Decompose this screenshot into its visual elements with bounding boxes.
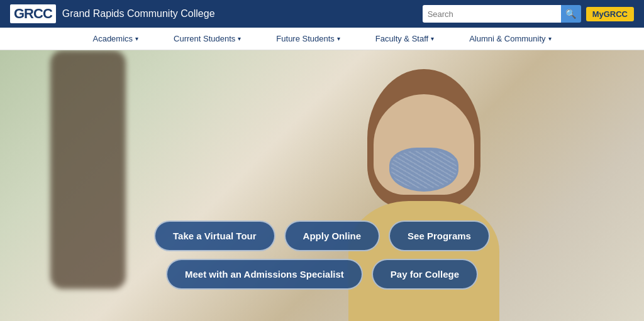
cta-btn-meet-with-an-admissions-specialist[interactable]: Meet with an Admissions Specialist (166, 259, 363, 290)
header-right: 🔍 MyGRCC (423, 5, 634, 23)
chevron-down-icon: ▾ (431, 35, 434, 42)
cta-btn-apply-online[interactable]: Apply Online (284, 220, 380, 251)
cta-btn-see-programs[interactable]: See Programs (389, 220, 490, 251)
chevron-down-icon: ▾ (135, 35, 138, 42)
chevron-down-icon: ▾ (337, 35, 340, 42)
nav-item-alumni-&-community[interactable]: Alumni & Community▾ (452, 28, 569, 50)
cta-row-2: Meet with an Admissions SpecialistPay fo… (166, 259, 478, 290)
cta-overlay: Take a Virtual TourApply OnlineSee Progr… (0, 220, 644, 290)
grcc-logo[interactable]: GRCC (10, 4, 56, 23)
chevron-down-icon: ▾ (548, 35, 552, 42)
nav-item-faculty-&-staff[interactable]: Faculty & Staff▾ (358, 28, 452, 50)
nav-item-academics[interactable]: Academics▾ (75, 28, 156, 50)
search-icon: 🔍 (565, 9, 576, 19)
nav-item-current-students[interactable]: Current Students▾ (156, 28, 258, 50)
hero-section: Take a Virtual TourApply OnlineSee Progr… (0, 50, 644, 321)
hero-mask-pattern (391, 151, 457, 188)
search-input[interactable] (423, 5, 561, 23)
cta-btn-take-a-virtual-tour[interactable]: Take a Virtual Tour (154, 220, 275, 251)
cta-btn-pay-for-college[interactable]: Pay for College (372, 259, 478, 290)
chevron-down-icon: ▾ (238, 35, 241, 42)
main-nav: Academics▾Current Students▾Future Studen… (0, 28, 644, 50)
nav-item-future-students[interactable]: Future Students▾ (258, 28, 358, 50)
logo-area: GRCC Grand Rapids Community College (10, 4, 215, 23)
search-container: 🔍 (423, 5, 581, 23)
my-grcc-button[interactable]: MyGRCC (586, 7, 634, 21)
cta-row-1: Take a Virtual TourApply OnlineSee Progr… (154, 220, 490, 251)
site-header: GRCC Grand Rapids Community College 🔍 My… (0, 0, 644, 28)
college-name: Grand Rapids Community College (62, 8, 215, 19)
search-button[interactable]: 🔍 (561, 5, 581, 23)
